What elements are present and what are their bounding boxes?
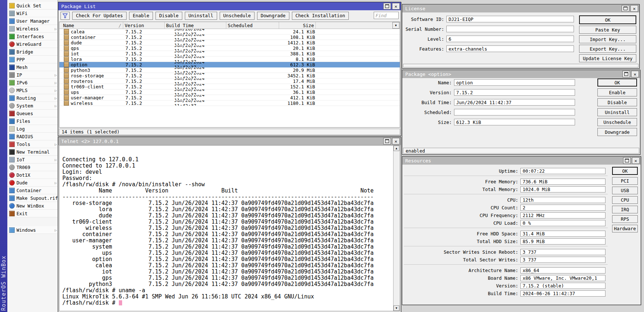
field-value[interactable]: 31.4 MiB xyxy=(520,231,605,237)
toolbar-button[interactable]: Enable xyxy=(129,12,153,20)
close-button[interactable]: × xyxy=(392,138,400,144)
table-row[interactable]: option 7.15.2 Jun/26/2024 11:42:37 612.3… xyxy=(59,62,400,67)
table-row[interactable]: user-manager 7.15.2 Jun/26/2024 11:42:37… xyxy=(59,95,400,100)
dialog-button[interactable]: PCI xyxy=(612,177,638,185)
maximize-button[interactable] xyxy=(383,138,391,144)
dialog-button[interactable]: Uninstall xyxy=(597,108,637,116)
sidebar-item-tr069[interactable]: TR069 xyxy=(7,164,58,171)
field-value[interactable]: x86_64 xyxy=(520,267,605,274)
toolbar-button[interactable]: Check For Updates xyxy=(72,12,127,20)
close-button[interactable]: × xyxy=(631,71,639,77)
sidebar-item-new-winbox[interactable]: New WinBox xyxy=(7,202,58,210)
table-row[interactable]: ups 7.15.2 Jun/26/2024 11:42:37 36.1 KiB xyxy=(59,89,400,95)
dialog-button[interactable]: OK xyxy=(579,15,636,24)
dialog-button[interactable]: Downgrade xyxy=(597,128,637,136)
table-row[interactable]: iot 7.15.2 Jun/26/2024 11:42:37 388.1 Ki… xyxy=(59,51,400,56)
close-button[interactable]: × xyxy=(630,5,638,12)
column-header-build-time[interactable]: Build Time xyxy=(165,22,226,29)
sidebar-item-tools[interactable]: Tools ▷ xyxy=(7,140,58,148)
sidebar-item-wifi[interactable]: WiFi xyxy=(7,10,58,17)
sidebar-item-user-manager[interactable]: User Manager xyxy=(7,17,58,25)
table-row[interactable]: tr069-client 7.15.2 Jun/26/2024 11:42:37… xyxy=(59,84,400,89)
dialog-button[interactable]: IRQ xyxy=(612,206,638,213)
table-row[interactable]: dude 7.15.2 Jun/26/2024 11:42:37 1412.1 … xyxy=(59,40,400,45)
sidebar-item-radius[interactable]: RADIUS xyxy=(7,133,58,140)
field-value[interactable]: DJ21-EIQP xyxy=(446,16,574,22)
table-row[interactable]: python3 7.15.2 Jun/26/2024 11:42:37 20.9… xyxy=(59,67,400,73)
close-button[interactable]: × xyxy=(632,157,640,164)
sidebar-item-make-supout[interactable]: Make Supout.rif xyxy=(7,194,58,202)
dialog-button[interactable]: OK xyxy=(612,167,638,175)
column-header-scheduled[interactable]: Scheduled xyxy=(226,22,279,29)
maximize-button[interactable] xyxy=(622,5,629,12)
field-value[interactable]: 2 xyxy=(520,205,605,211)
field-value[interactable]: 00:07:22 xyxy=(520,168,605,174)
dialog-button[interactable]: USB xyxy=(612,187,638,194)
table-row[interactable]: calea 7.15.2 Jun/26/2024 11:42:37 24.1 K… xyxy=(59,29,400,34)
filter-button[interactable] xyxy=(61,12,70,20)
dialog-button[interactable]: Unschedule xyxy=(597,118,637,126)
sidebar-item-windows[interactable]: Windows ▷ xyxy=(7,226,58,234)
maximize-button[interactable] xyxy=(622,71,630,77)
field-value[interactable] xyxy=(446,26,574,32)
field-value[interactable]: 3 737 xyxy=(520,249,605,255)
dialog-button[interactable]: Hardware xyxy=(612,225,638,232)
sidebar-item-dot1x[interactable]: Dot1X xyxy=(7,171,58,179)
field-value[interactable]: extra-channels xyxy=(446,45,574,52)
sidebar-item-exit[interactable]: Exit xyxy=(7,210,58,217)
toolbar-button[interactable]: Unschedule xyxy=(220,12,255,20)
dialog-button[interactable]: RPS xyxy=(612,215,638,223)
sidebar-item-queues[interactable]: Queues xyxy=(7,110,58,117)
package-option-titlebar[interactable]: Package <option> × xyxy=(402,70,640,78)
field-value[interactable]: 3 737 xyxy=(520,257,605,263)
package-list-titlebar[interactable]: Package List × xyxy=(58,2,401,10)
table-row[interactable]: lora 7.15.2 Jun/26/2024 11:42:37 8.1 KiB xyxy=(59,56,400,62)
scroll-up-button[interactable]: ▲ xyxy=(394,146,399,151)
dialog-button[interactable]: Export Key... xyxy=(579,45,636,53)
scroll-down-button[interactable]: ▼ xyxy=(394,305,399,311)
dialog-button[interactable]: Disable xyxy=(597,98,637,106)
field-value[interactable]: 85.9 MiB xyxy=(520,238,605,245)
dialog-button[interactable]: Enable xyxy=(597,88,637,96)
sidebar-item-quick-set[interactable]: Quick Set xyxy=(7,2,58,10)
dialog-button[interactable]: OK xyxy=(597,78,637,87)
terminal[interactable]: Connecting to 127.0.0.1Connected to 127.… xyxy=(62,157,374,306)
sidebar-item-container[interactable]: Container xyxy=(7,187,58,194)
dialog-button[interactable]: Update License Key xyxy=(579,54,636,62)
toolbar-button[interactable]: Uninstall xyxy=(185,12,217,20)
sidebar-item-mesh[interactable]: Mesh xyxy=(7,63,58,71)
resources-titlebar[interactable]: Resources × xyxy=(402,157,641,165)
field-value[interactable]: 1024.0 MiB xyxy=(520,186,605,192)
table-row[interactable]: routeros 7.15.2 Jun/26/2024 11:42:37 17.… xyxy=(59,78,400,84)
dialog-button[interactable]: Import Key... xyxy=(579,35,636,43)
sidebar-item-mpls[interactable]: MPLS ▷ xyxy=(7,87,58,94)
field-value[interactable]: 12th xyxy=(520,197,605,203)
find-input[interactable] xyxy=(374,12,399,19)
sidebar-item-wireguard[interactable]: WireGuard xyxy=(7,40,58,48)
terminal-scrollbar[interactable]: ▲ ▼ xyxy=(393,146,400,311)
field-value[interactable]: 2112 MHz xyxy=(520,212,605,219)
field-value[interactable]: 6 xyxy=(446,36,574,42)
dialog-button[interactable]: Paste Key xyxy=(579,26,636,34)
sidebar-item-wireless[interactable]: Wireless ▷ xyxy=(7,25,58,33)
dialog-button[interactable]: CPU xyxy=(612,196,638,204)
maximize-button[interactable] xyxy=(623,157,631,164)
column-header-size[interactable]: Size xyxy=(279,22,316,29)
table-row[interactable]: gps 7.15.2 Jun/26/2024 11:42:37 20.1 KiB xyxy=(59,45,400,51)
field-value[interactable]: option xyxy=(454,79,575,86)
sidebar-item-ip[interactable]: IP ▷ xyxy=(7,71,58,79)
field-value[interactable]: 612.3 KiB xyxy=(454,119,575,125)
toolbar-button[interactable]: Check Installation xyxy=(292,12,349,20)
field-value[interactable]: x86 VMware, Inc. VMware20,1 xyxy=(520,275,605,281)
table-row[interactable]: wireless 7.15.2 Jun/26/2024 11:42:37 118… xyxy=(59,100,400,106)
maximize-button[interactable] xyxy=(383,3,391,10)
sidebar-item-ipv6[interactable]: IPv6 ▷ xyxy=(7,79,58,87)
column-header-version[interactable]: Version xyxy=(123,22,165,29)
close-button[interactable]: × xyxy=(392,3,400,10)
sidebar-item-bridge[interactable]: Bridge xyxy=(7,48,58,56)
sidebar-item-dude[interactable]: Dude ▷ xyxy=(7,179,58,187)
column-header-name[interactable]: Name / xyxy=(62,22,123,29)
field-value[interactable]: Jun/26/2024 11:42:37 xyxy=(454,99,575,106)
sidebar-item-log[interactable]: Log xyxy=(7,125,58,133)
field-value[interactable]: 2024-06-26 11:42:37 xyxy=(520,290,605,297)
